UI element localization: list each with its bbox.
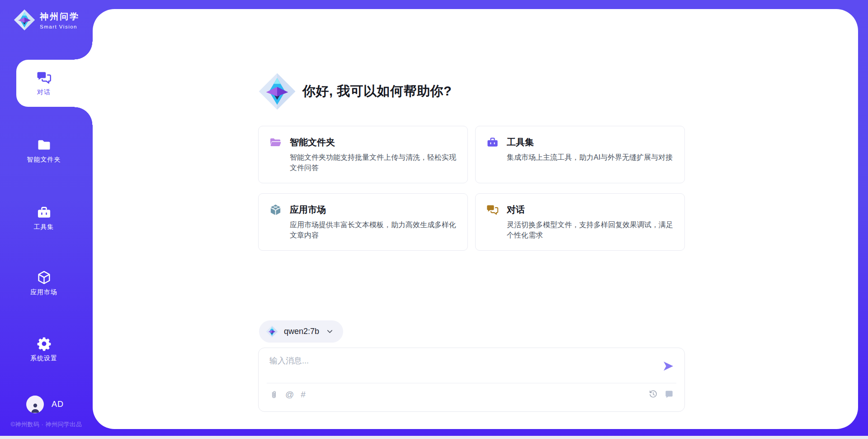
chat-icon [486, 204, 499, 216]
avatar [26, 396, 44, 413]
mention-icon[interactable]: @ [285, 390, 294, 400]
card-chat[interactable]: 对话 灵活切换多模型文件，支持多样回复效果调试，满足个性化需求 [475, 193, 685, 251]
card-title: 对话 [507, 204, 525, 216]
message-icon[interactable] [665, 390, 674, 399]
user-account[interactable]: AD [26, 396, 64, 413]
card-description: 智能文件夹功能支持批量文件上传与清洗，轻松实现文件问答 [290, 153, 457, 173]
app-cube-icon [269, 204, 282, 216]
greeting-title: 你好, 我可以如何帮助你? [302, 82, 452, 100]
greeting-block: 你好, 我可以如何帮助你? [258, 72, 452, 110]
gear-icon [37, 336, 52, 351]
sidebar-item-label: 系统设置 [30, 354, 57, 363]
sidebar-item-toolset[interactable]: 工具集 [12, 205, 75, 231]
sidebar-item-app-market[interactable]: 应用市场 [12, 270, 75, 296]
card-title: 工具集 [507, 136, 534, 148]
folder-open-icon [269, 136, 282, 148]
brand-name-zh: 神州问学 [40, 11, 80, 23]
app-logo: 神州问学 Smart Vision [14, 9, 80, 31]
model-diamond-icon [266, 325, 278, 338]
cube-icon [37, 270, 52, 285]
greeting-diamond-icon [258, 72, 296, 110]
message-composer: @ # [258, 348, 685, 412]
brand-diamond-icon [14, 9, 35, 31]
chat-icon [37, 70, 52, 85]
sidebar-item-label: 智能文件夹 [27, 156, 61, 164]
card-toolset[interactable]: 工具集 集成市场上主流工具，助力AI与外界无缝扩展与对接 [475, 126, 685, 183]
sidebar-footer-credit: ©神州数码 · 神州问学出品 [0, 420, 93, 429]
window-bottom-edge [0, 436, 868, 439]
card-app-market[interactable]: 应用市场 应用市场提供丰富长文本模板，助力高效生成多样化文章内容 [258, 193, 468, 251]
model-selector[interactable]: qwen2:7b [259, 320, 343, 343]
card-smart-folder[interactable]: 智能文件夹 智能文件夹功能支持批量文件上传与清洗，轻松实现文件问答 [258, 126, 468, 183]
sidebar-item-smart-folder[interactable]: 智能文件夹 [12, 138, 75, 164]
toolbox-icon [37, 205, 52, 220]
card-title: 智能文件夹 [290, 136, 335, 148]
card-title: 应用市场 [290, 204, 326, 216]
user-name: AD [52, 400, 64, 409]
composer-divider [267, 383, 676, 383]
active-nav-fillet-top [75, 42, 93, 60]
hashtag-icon[interactable]: # [301, 390, 306, 400]
main-panel: 你好, 我可以如何帮助你? 智能文件夹 智能文件夹功能支持批量文件上传与清洗，轻… [93, 9, 858, 429]
history-icon[interactable] [649, 390, 658, 399]
feature-cards: 智能文件夹 智能文件夹功能支持批量文件上传与清洗，轻松实现文件问答 工具集 集成… [258, 126, 685, 251]
send-icon[interactable] [663, 361, 674, 371]
person-icon [30, 401, 41, 413]
message-input[interactable] [269, 355, 649, 381]
sidebar-item-label: 应用市场 [30, 288, 57, 296]
brand-name-en: Smart Vision [40, 24, 80, 29]
attachment-icon[interactable] [269, 390, 278, 399]
card-description: 应用市场提供丰富长文本模板，助力高效生成多样化文章内容 [290, 220, 457, 240]
toolbox-icon [486, 136, 499, 148]
sidebar-item-label: 工具集 [34, 223, 54, 231]
active-nav-fillet-bottom [75, 107, 93, 125]
chevron-down-icon [326, 328, 333, 335]
card-description: 灵活切换多模型文件，支持多样回复效果调试，满足个性化需求 [507, 220, 674, 240]
model-name: qwen2:7b [284, 327, 319, 336]
sidebar-item-settings[interactable]: 系统设置 [12, 336, 75, 363]
folder-icon [37, 138, 52, 153]
sidebar-item-chat[interactable]: 对话 [12, 70, 75, 96]
card-description: 集成市场上主流工具，助力AI与外界无缝扩展与对接 [507, 153, 674, 163]
sidebar-item-label: 对话 [37, 88, 51, 96]
